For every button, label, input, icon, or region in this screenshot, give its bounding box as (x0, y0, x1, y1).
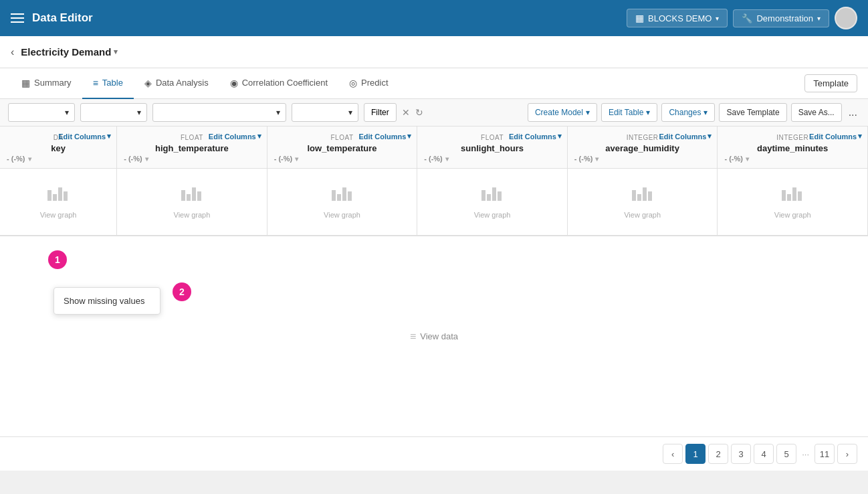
view-graph-label-2: View graph (124, 211, 260, 219)
col-dropdown-icon-6[interactable]: ▾ (746, 155, 749, 163)
col-name-6: daytime_minutes (724, 143, 861, 153)
edit-columns-4[interactable]: Edit Columns ▾ (509, 132, 562, 141)
col-dropdown-icon-2[interactable]: ▾ (145, 155, 148, 163)
blocks-demo-label: BLOCKS DEMO (648, 13, 712, 23)
tab-summary[interactable]: ▦ Summary (11, 68, 82, 99)
column-header-low-temp: FLOAT Edit Columns ▾ low_temperature - (… (267, 127, 417, 169)
toolbar: ▾ ▾ ▾ ▾ Filter ✕ ↻ Create Model ▾ Edit T… (0, 99, 868, 127)
svg-rect-11 (348, 191, 352, 201)
filter-select-4[interactable]: ▾ (292, 103, 358, 122)
demonstration-button[interactable]: 🔧 Demonstration ▾ (733, 9, 829, 27)
refresh-button[interactable]: ↻ (415, 107, 423, 118)
last-page-button[interactable]: 11 (815, 444, 835, 464)
tab-correlation[interactable]: ◉ Correlation Coefficient (219, 68, 338, 99)
page-4-button[interactable]: 4 (754, 444, 774, 464)
col-name-4: sunlight_hours (424, 143, 560, 153)
page-5-button[interactable]: 5 (776, 444, 796, 464)
template-button[interactable]: Template (804, 74, 857, 92)
tabs-bar: ▦ Summary ≡ Table ◈ Data Analysis ◉ Corr… (0, 68, 868, 99)
col-dropdown-icon-5[interactable]: ▾ (595, 155, 599, 163)
table-icon: ≡ (93, 78, 98, 88)
blocks-icon: ▦ (635, 13, 644, 23)
chevron-down-icon: ▾ (276, 108, 280, 117)
filter-select-3[interactable]: ▾ (152, 103, 286, 122)
chevron-down-icon: ▾ (708, 132, 712, 141)
chevron-down-icon: ▾ (107, 132, 111, 141)
col-name-5: average_humidity (574, 143, 711, 153)
prev-page-button[interactable]: ‹ (663, 444, 683, 464)
svg-rect-0 (47, 190, 51, 201)
graph-cell-1[interactable]: View graph (0, 169, 117, 236)
page-ellipsis: ··· (799, 449, 812, 459)
filter-button[interactable]: Filter (364, 103, 397, 122)
chevron-down-icon: ▾ (586, 108, 590, 117)
col-dropdown-icon-3[interactable]: ▾ (295, 155, 298, 163)
page-3-button[interactable]: 3 (731, 444, 751, 464)
graph-icon-3 (274, 185, 411, 208)
tab-summary-label: Summary (34, 78, 72, 88)
app-title: Data Editor (32, 11, 93, 25)
table-area: DA Edit Columns ▾ key - (-%) ▾ FLOA (0, 127, 868, 236)
edit-table-button[interactable]: Edit Table ▾ (601, 103, 657, 122)
page-1-button[interactable]: 1 (685, 444, 706, 464)
save-as-button[interactable]: Save As... (791, 103, 842, 122)
edit-columns-6[interactable]: Edit Columns ▾ (809, 132, 862, 141)
svg-rect-13 (487, 194, 491, 201)
create-model-button[interactable]: Create Model ▾ (528, 103, 597, 122)
breadcrumb[interactable]: Electricity Demand ▾ (21, 46, 118, 58)
graph-cell-6[interactable]: View graph (718, 169, 868, 236)
column-header-daytime: INTEGER Edit Columns ▾ daytime_minutes -… (718, 127, 868, 169)
changes-button[interactable]: Changes ▾ (661, 103, 715, 122)
svg-rect-16 (632, 190, 636, 201)
tab-data-analysis-label: Data Analysis (156, 78, 209, 88)
graph-cell-4[interactable]: View graph (417, 169, 568, 236)
analysis-icon: ◈ (144, 78, 152, 88)
clear-filter-button[interactable]: ✕ (402, 107, 410, 118)
col-dropdown-icon-4[interactable]: ▾ (445, 155, 449, 163)
hamburger-button[interactable] (11, 13, 24, 23)
page-2-button[interactable]: 2 (708, 444, 728, 464)
filter-select-1[interactable]: ▾ (8, 103, 75, 122)
edit-columns-5[interactable]: Edit Columns ▾ (659, 132, 712, 141)
blocks-demo-button[interactable]: ▦ BLOCKS DEMO ▾ (627, 9, 728, 27)
user-avatar[interactable] (835, 7, 857, 29)
filter-select-2[interactable]: ▾ (80, 103, 147, 122)
show-missing-values-item[interactable]: Show missing values (54, 291, 160, 311)
tab-data-analysis[interactable]: ◈ Data Analysis (134, 68, 219, 99)
svg-rect-5 (187, 194, 191, 201)
graph-cell-5[interactable]: View graph (567, 169, 718, 236)
graph-icon-4 (424, 185, 560, 208)
step-badge-2: 2 (173, 282, 191, 301)
svg-rect-10 (342, 187, 346, 201)
view-data-link[interactable]: ≡ View data (410, 331, 458, 343)
svg-rect-17 (637, 194, 641, 201)
edit-columns-2[interactable]: Edit Columns ▾ (209, 132, 261, 141)
tab-predict[interactable]: ◎ Predict (338, 68, 399, 99)
back-button[interactable]: ‹ (11, 46, 14, 58)
column-header-date-key: DA Edit Columns ▾ key - (-%) ▾ (0, 127, 117, 169)
nav-left: Data Editor (11, 11, 93, 25)
predict-icon: ◎ (349, 78, 357, 88)
edit-columns-1[interactable]: Edit Columns ▾ (58, 132, 111, 141)
save-template-button[interactable]: Save Template (719, 103, 786, 122)
tab-table[interactable]: ≡ Table (82, 68, 134, 99)
col-type-4: FLOAT (481, 134, 504, 141)
table-wrapper: DA Edit Columns ▾ key - (-%) ▾ FLOA (0, 127, 868, 236)
svg-rect-21 (787, 194, 791, 201)
tab-correlation-label: Correlation Coefficient (242, 78, 328, 88)
edit-columns-3[interactable]: Edit Columns ▾ (358, 132, 411, 141)
svg-rect-4 (181, 190, 185, 201)
nav-right: ▦ BLOCKS DEMO ▾ 🔧 Demonstration ▾ (627, 7, 857, 29)
svg-rect-3 (64, 191, 68, 201)
next-page-button[interactable]: › (837, 444, 857, 464)
graph-cell-2[interactable]: View graph (117, 169, 267, 236)
svg-rect-1 (53, 194, 57, 201)
view-data-icon: ≡ (410, 331, 416, 343)
col-dropdown-icon-1[interactable]: ▾ (28, 155, 31, 163)
svg-rect-7 (197, 191, 201, 201)
graph-cell-3[interactable]: View graph (267, 169, 417, 236)
chevron-down-icon: ▾ (257, 132, 261, 141)
chevron-down-icon: ▾ (646, 108, 650, 117)
view-graph-label-1: View graph (7, 211, 110, 219)
more-options-button[interactable]: ... (846, 106, 860, 118)
